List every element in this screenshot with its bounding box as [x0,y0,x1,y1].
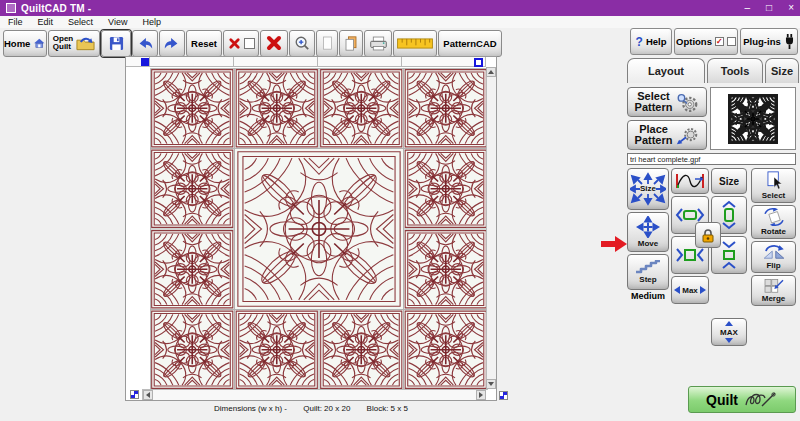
menu-help[interactable]: Help [142,17,161,27]
quilt-size-value: Quilt: 20 x 20 [303,404,350,413]
quilt-center-block-merged[interactable] [235,149,404,310]
wave-icon [674,172,706,190]
magnifier-icon [294,35,310,51]
quilt-block[interactable] [404,68,489,149]
scroll-left-arrow[interactable] [143,390,153,400]
quilt-button[interactable]: Quilt [688,386,796,413]
quilt-block[interactable] [404,229,489,310]
left-triangle-icon [674,286,680,294]
reset-button[interactable]: Reset [186,30,222,57]
tab-tools[interactable]: Tools [707,58,763,83]
delete-button[interactable] [260,30,288,57]
quilt-block[interactable] [150,149,235,230]
scroll-right-arrow[interactable] [476,390,486,400]
minimize-button[interactable]: – [745,0,751,16]
copy-page-icon [344,36,358,51]
quilt-block[interactable] [150,229,235,310]
max-width-button[interactable]: Max [671,276,709,304]
quilt-block[interactable] [235,68,320,149]
pattern-filename-field[interactable] [627,153,796,165]
flip-button[interactable]: Flip [751,241,796,273]
menu-view[interactable]: View [108,17,127,27]
new-page-button[interactable] [316,30,338,57]
merge-button[interactable]: Merge [751,275,796,306]
lock-icon [700,227,716,243]
checked-box-icon[interactable]: ✓ [715,37,724,46]
save-button[interactable] [101,30,131,57]
options-button[interactable]: Options ✓ [674,28,738,55]
quilt-block[interactable] [150,68,235,149]
tab-layout[interactable]: Layout [627,58,705,83]
redo-button[interactable] [159,30,185,57]
undo-arrow-icon [136,36,154,51]
quilt-block[interactable] [235,310,320,391]
title-bar[interactable]: QuiltCAD TM - – □ × [0,0,800,16]
select-tool-button[interactable]: Select [751,168,796,203]
step-button[interactable]: Step [627,254,669,290]
corner-resize-handle-bl[interactable] [130,390,139,399]
pattern-preview [710,87,796,150]
blank-page-icon [321,36,334,51]
open-quilt-button[interactable]: Open Quilt [48,30,100,57]
unchecked-box-icon[interactable] [727,37,736,46]
zoom-button[interactable] [289,30,315,57]
move-button[interactable]: Move [627,212,669,252]
size-resize-button[interactable]: Size [627,168,669,210]
rotate-button[interactable]: Rotate [751,205,796,239]
place-pattern-button[interactable]: Place Pattern [627,120,707,150]
horizontal-scrollbar[interactable] [142,389,486,400]
vertical-scrollbar[interactable] [486,67,496,389]
corner-resize-handle-br[interactable] [499,391,508,400]
redo-arrow-icon [163,36,181,51]
up-triangle-icon [725,321,733,326]
quilt-pattern-grid[interactable] [150,68,488,390]
menu-edit[interactable]: Edit [38,17,54,27]
lock-aspect-button[interactable] [695,222,721,248]
select-cursor-icon [764,171,784,190]
flip-icon [760,244,788,260]
scroll-up-arrow[interactable] [486,67,496,77]
maximize-button[interactable]: □ [766,0,772,16]
ruler-button[interactable] [393,30,437,57]
quiltcad-window: QuiltCAD TM - – □ × File Edit Select Vie… [0,0,800,421]
home-icon [33,36,46,50]
quilt-block[interactable] [319,68,404,149]
quilt-block[interactable] [404,149,489,230]
max-both-button[interactable]: MAX [711,318,747,346]
shrink-height-icon [719,239,739,271]
wave-adjust-button[interactable] [671,168,709,194]
select-pattern-button[interactable]: Select Pattern [627,87,707,117]
copy-page-button[interactable] [339,30,363,57]
step-stairs-icon [634,260,662,274]
help-button[interactable]: ? Help [630,28,672,55]
select-pattern-gear-icon [675,93,699,112]
down-triangle-icon [725,338,733,343]
pattern-thumbnail [727,94,779,144]
open-folder-icon [76,36,95,51]
step-mode-label: Medium [627,291,669,301]
canvas-ruler [126,57,486,67]
block-size-value: Block: 5 x 5 [367,404,408,413]
quilt-block[interactable] [319,310,404,391]
clear-block-button[interactable] [223,30,259,57]
quilt-canvas [125,56,497,401]
selection-handle-hollow[interactable] [474,58,483,67]
plug-icon [784,34,795,49]
size-label-button[interactable]: Size [711,168,747,194]
needle-thread-icon [744,390,778,410]
quilt-block[interactable] [404,310,489,391]
plugins-button[interactable]: Plug-ins [740,28,798,55]
undo-button[interactable] [132,30,158,57]
menu-file[interactable]: File [8,17,23,27]
print-button[interactable] [364,30,392,57]
close-button[interactable]: × [788,0,794,16]
menu-select[interactable]: Select [68,17,93,27]
selection-handle-filled[interactable] [141,58,149,66]
status-bar: Dimensions (w x h) - Quilt: 20 x 20 Bloc… [125,404,497,413]
scroll-down-arrow[interactable] [486,379,496,389]
home-button[interactable]: Home [3,30,47,57]
quilt-block[interactable] [150,310,235,391]
annotation-arrow-icon [600,235,628,253]
tab-size[interactable]: Size [765,58,799,83]
patterncad-button[interactable]: PatternCAD [438,30,502,57]
